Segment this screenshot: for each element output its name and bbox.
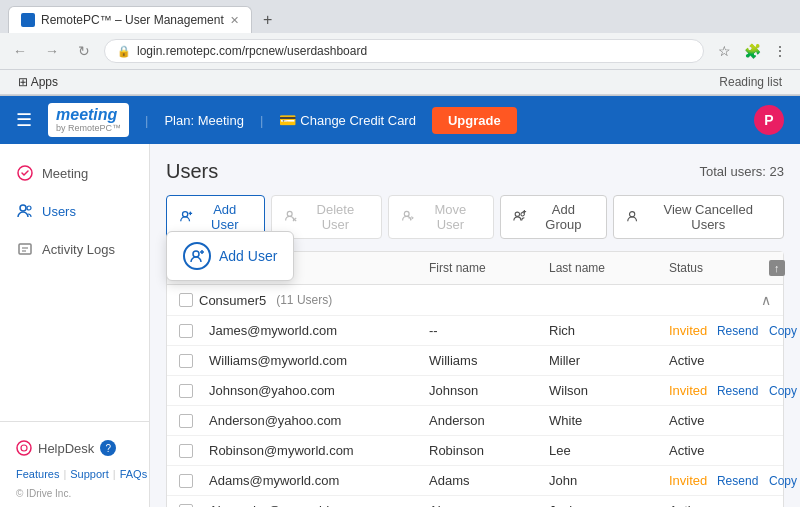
tab-close-button[interactable]: ✕ xyxy=(230,14,239,27)
add-user-popup-label: Add User xyxy=(219,248,277,264)
bookmarks-bar: ⊞ Apps Reading list xyxy=(0,70,800,95)
sidebar: Meeting Users Activity Logs HelpDesk ? xyxy=(0,144,150,507)
reload-button[interactable]: ↻ xyxy=(72,39,96,63)
link-divider-2: | xyxy=(113,468,116,480)
group-name: Consumer5 xyxy=(199,293,266,308)
header-status-label: Status xyxy=(669,261,703,275)
header-firstname-label: First name xyxy=(429,261,486,275)
reading-list-button[interactable]: Reading list xyxy=(713,73,788,91)
row-email: Alexander@myworld.com xyxy=(209,503,429,507)
table-row: Adams@myworld.com Adams John Invited Res… xyxy=(167,466,783,496)
change-credit-card-button[interactable]: 💳 Change Credit Card xyxy=(279,112,416,128)
delete-user-label: Delete User xyxy=(302,202,370,232)
row-checkbox[interactable] xyxy=(179,504,193,508)
row-checkbox-cell xyxy=(179,504,209,508)
user-avatar[interactable]: P xyxy=(754,105,784,135)
view-cancelled-label: View Cancelled Users xyxy=(645,202,771,232)
row-checkbox[interactable] xyxy=(179,384,193,398)
page-title: Users xyxy=(166,160,218,183)
resend-link[interactable]: Resend xyxy=(717,384,758,398)
row-lastname: Jack xyxy=(549,503,669,507)
table-row: Williams@myworld.com Williams Miller Act… xyxy=(167,346,783,376)
svg-point-2 xyxy=(27,206,31,210)
add-user-icon xyxy=(179,209,193,226)
row-checkbox-cell xyxy=(179,384,209,398)
tab-favicon xyxy=(21,13,35,27)
table-rows-container: James@myworld.com -- Rich Invited Resend… xyxy=(167,316,783,507)
row-lastname: John xyxy=(549,473,669,488)
upgrade-button[interactable]: Upgrade xyxy=(432,107,517,134)
logo-area: meeting by RemotePC™ xyxy=(48,103,129,137)
active-tab[interactable]: RemotePC™ – User Management ✕ xyxy=(8,6,252,33)
group-collapse-button[interactable]: ∧ xyxy=(761,292,771,308)
row-checkbox[interactable] xyxy=(179,474,193,488)
back-button[interactable]: ← xyxy=(8,39,32,63)
row-checkbox[interactable] xyxy=(179,354,193,368)
table-row: Robinson@myworld.com Robinson Lee Active xyxy=(167,436,783,466)
status-badge: Invited xyxy=(669,473,707,488)
row-status: Active xyxy=(669,413,769,428)
copy-invitation-link[interactable]: Copy Invitation xyxy=(769,474,800,488)
add-user-popup-icon xyxy=(183,242,211,270)
row-actions: Copy Invitation xyxy=(769,384,800,398)
link-divider-1: | xyxy=(63,468,66,480)
add-group-button[interactable]: Add Group xyxy=(500,195,607,239)
move-user-icon xyxy=(401,209,414,225)
svg-point-16 xyxy=(516,212,520,216)
sidebar-item-users[interactable]: Users xyxy=(0,192,149,230)
status-badge: Active xyxy=(669,413,704,428)
content-area: Users Total users: 23 Add User Delete Us… xyxy=(150,144,800,507)
sidebar-bottom: HelpDesk ? Features | Support | FAQs © I… xyxy=(0,421,149,507)
add-user-label: Add User xyxy=(198,202,252,232)
support-link[interactable]: Support xyxy=(70,468,109,480)
header-status[interactable]: Status xyxy=(669,261,769,275)
resend-link[interactable]: Resend xyxy=(717,474,758,488)
meeting-icon xyxy=(16,164,34,182)
bookmarks-apps[interactable]: ⊞ Apps xyxy=(12,73,64,91)
menu-button[interactable]: ⋮ xyxy=(768,39,792,63)
forward-button[interactable]: → xyxy=(40,39,64,63)
extensions-button[interactable]: 🧩 xyxy=(740,39,764,63)
sidebar-item-meeting[interactable]: Meeting xyxy=(0,154,149,192)
resend-link[interactable]: Resend xyxy=(717,324,758,338)
sidebar-activity-label: Activity Logs xyxy=(42,242,115,257)
row-firstname: Johnson xyxy=(429,383,549,398)
browser-chrome: RemotePC™ – User Management ✕ + ← → ↻ 🔒 … xyxy=(0,0,800,96)
row-email: Williams@myworld.com xyxy=(209,353,429,368)
nav-divider-2: | xyxy=(260,113,263,128)
app: ☰ meeting by RemotePC™ | Plan: Meeting |… xyxy=(0,96,800,507)
features-link[interactable]: Features xyxy=(16,468,59,480)
address-bar[interactable]: 🔒 login.remotepc.com/rpcnew/userdashboar… xyxy=(104,39,704,63)
new-tab-button[interactable]: + xyxy=(256,8,280,32)
row-lastname: Miller xyxy=(549,353,669,368)
view-cancelled-icon xyxy=(626,209,640,226)
help-badge: ? xyxy=(100,440,116,456)
credit-card-label: Change Credit Card xyxy=(300,113,416,128)
row-firstname: Adams xyxy=(429,473,549,488)
group-checkbox[interactable] xyxy=(179,293,193,307)
sidebar-helpdesk[interactable]: HelpDesk ? xyxy=(0,432,149,464)
svg-point-21 xyxy=(193,251,199,257)
copy-invitation-link[interactable]: Copy Invitation xyxy=(769,384,800,398)
row-checkbox[interactable] xyxy=(179,324,193,338)
sidebar-item-activity[interactable]: Activity Logs xyxy=(0,230,149,268)
copy-invitation-link[interactable]: Copy Invitation xyxy=(769,324,800,338)
row-firstname: Robinson xyxy=(429,443,549,458)
row-status: Invited Resend xyxy=(669,323,769,338)
view-cancelled-button[interactable]: View Cancelled Users xyxy=(613,195,784,239)
delete-user-icon xyxy=(284,209,297,225)
header-lastname[interactable]: Last name xyxy=(549,261,669,275)
row-status: Active xyxy=(669,443,769,458)
add-user-popup[interactable]: Add User xyxy=(166,231,294,281)
row-checkbox-cell xyxy=(179,474,209,488)
header-firstname[interactable]: First name xyxy=(429,261,549,275)
faqs-link[interactable]: FAQs xyxy=(120,468,148,480)
status-badge: Invited xyxy=(669,383,707,398)
hamburger-button[interactable]: ☰ xyxy=(16,109,32,131)
row-checkbox[interactable] xyxy=(179,444,193,458)
row-checkbox[interactable] xyxy=(179,414,193,428)
nav-divider-1: | xyxy=(145,113,148,128)
move-user-button[interactable]: Move User xyxy=(388,195,494,239)
star-button[interactable]: ☆ xyxy=(712,39,736,63)
row-actions: Copy Invitation xyxy=(769,474,800,488)
